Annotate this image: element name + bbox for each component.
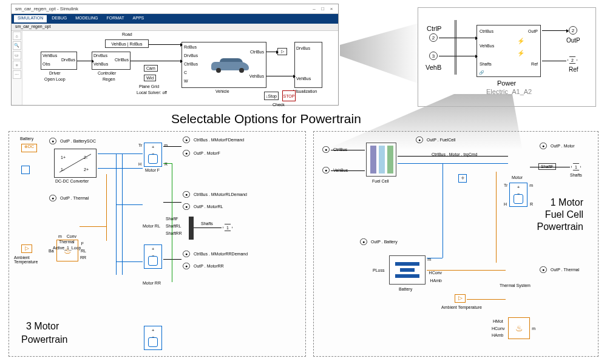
fc-thermal-block[interactable]: ♨ HMot HConv HAmb m <box>508 317 530 339</box>
pb-shafts: Shafts <box>480 62 492 66</box>
model-tab[interactable]: sm_car_regen_opt <box>12 24 338 31</box>
port-3-in[interactable]: 3 <box>429 52 438 60</box>
pb-outp: OutP <box>528 29 538 33</box>
vehicle-label: Vehicle <box>215 89 229 93</box>
v-p5: W <box>184 79 188 83</box>
drv-in2: Obs <box>42 62 50 66</box>
motorrl-block[interactable]: − <box>144 244 162 269</box>
mrl-demand-tag[interactable]: ● <box>183 191 190 198</box>
port-out2[interactable]: 2 <box>569 26 577 35</box>
ground-icon[interactable] <box>21 166 30 174</box>
cam-tag[interactable]: Cam <box>144 65 158 72</box>
car-icon <box>209 57 251 73</box>
model-canvas[interactable]: Road VehBus | RdBus VehBus Obs DrvBus Dr… <box>22 31 338 105</box>
flame-icon-2: ♨ <box>515 323 523 333</box>
ambient-source[interactable]: ▷ <box>21 244 32 253</box>
mrr-demand: CtrlBus . MMotorRRDemand <box>194 252 248 256</box>
fc-ploss: PLoss <box>373 268 384 272</box>
fb-hamb: HAmb <box>430 278 442 283</box>
dcdc-block[interactable]: 1+1-2-2+ <box>54 149 97 178</box>
svg-text:1-: 1- <box>61 167 65 172</box>
stop-sign[interactable]: STOP <box>282 90 296 101</box>
tool-zoom-icon[interactable]: 🔍 <box>13 41 21 50</box>
dcdc-label: DC-DC Converter <box>55 179 89 183</box>
viz-block[interactable]: DrvBus VehBus <box>294 42 322 88</box>
th-out-tag[interactable]: ● <box>49 195 56 201</box>
mrl-out-tag[interactable]: ● <box>183 203 190 210</box>
power-subsystem-panel: CtrlP 2 3 VehB CtrlBus VehBus Shafts Out… <box>418 7 596 107</box>
motorrr-block[interactable]: − <box>144 326 162 350</box>
ctrlp-label: CtrlP <box>427 25 441 32</box>
fc-thermal-label: Thermal System <box>500 283 531 288</box>
close-icon[interactable]: × <box>328 6 334 12</box>
ctrl-in2: VehBus <box>93 62 108 66</box>
motorf-block[interactable]: − Tr H m R <box>144 143 162 167</box>
ribbon-tab-simulation[interactable]: SIMULATION <box>14 15 47 22</box>
ft-m: m <box>532 326 535 331</box>
fc-title2: Fuel Cell <box>545 209 583 220</box>
port2-num: 2 <box>432 35 435 41</box>
fc-out-tag[interactable]: ● <box>416 136 423 143</box>
minimize-icon[interactable]: – <box>311 6 317 12</box>
fc-battery-block[interactable]: PLoss m HConv HAmb <box>389 255 426 285</box>
fc-motor-block[interactable]: − Tr H m R <box>509 183 527 207</box>
fc-shafts-port[interactable]: 1 <box>571 163 581 170</box>
mf-out-tag[interactable]: ● <box>183 150 190 157</box>
power-block[interactable]: CtrlBus VehBus Shafts OutP Ref ⚡ ⚡ 🔗 <box>476 25 541 77</box>
fc-ambient-source[interactable]: ▷ <box>455 294 466 303</box>
fc-thermal-out-tag[interactable]: ● <box>540 266 547 273</box>
port-2-in[interactable]: 2 <box>429 33 438 42</box>
fc-motor-out: OutP . Motor <box>551 144 575 148</box>
road-out: RdBus <box>129 42 142 46</box>
ft-hconv: HConv <box>492 326 504 331</box>
motor-out-tag[interactable]: ● <box>540 143 547 149</box>
motorrr-label: Motor RR <box>143 281 161 285</box>
fuelcell-block[interactable]: m PBatt <box>366 143 396 177</box>
ribbon-tab-debug[interactable]: DEBUG <box>48 15 70 22</box>
th-m: m <box>58 234 62 238</box>
ctrl-out: CtrlBus <box>115 58 129 62</box>
th-f: F <box>81 241 84 246</box>
fc-out: OutP . FuelCell <box>427 138 455 142</box>
vehbus-tag[interactable]: ● <box>322 167 330 174</box>
ribbon-tab-apps[interactable]: APPS <box>129 15 148 22</box>
th-out: OutP . Thermal <box>60 196 89 200</box>
wld-tag[interactable]: Wld <box>144 75 156 81</box>
maximize-icon[interactable]: □ <box>320 6 326 12</box>
lightning-icon-2: ⚡ <box>517 50 524 56</box>
vehb-label: VehB <box>426 64 441 71</box>
panel3-title2: Powertrain <box>21 334 67 345</box>
tool-lib-icon[interactable]: ≡ <box>13 61 21 69</box>
shafts-port[interactable]: 1 <box>223 224 232 231</box>
vehicle-block[interactable]: RdBus DrvBus CtrlBus C W CtrlBus VehBus <box>181 42 266 88</box>
stop-block[interactable]: ↓Stop <box>264 92 279 100</box>
mrr-out-tag[interactable]: ● <box>183 263 190 269</box>
ambient-label: Ambient Temperature <box>14 255 44 264</box>
mf-tr: Tr <box>138 143 142 147</box>
battery-block[interactable]: ⊕DC <box>21 144 37 152</box>
v-p4: C <box>184 70 187 75</box>
driver-block[interactable]: VehBus Obs DrvBus <box>41 52 77 70</box>
ribbon-tab-modeling[interactable]: MODELING <box>72 15 101 22</box>
controller-block[interactable]: DrvBus VehBus CtrlBus <box>92 52 131 70</box>
battery-label: Battery <box>20 136 33 141</box>
thermal-sub: Active_1_Loop <box>53 246 81 250</box>
fc-ground-icon[interactable]: ⏚ <box>458 174 467 183</box>
solver-label: Local Solver: off <box>137 90 167 95</box>
tool-more-icon[interactable]: ⋯ <box>13 70 21 79</box>
mf-demand-tag[interactable]: ● <box>183 136 190 143</box>
soc-tag[interactable]: ● <box>49 138 56 144</box>
bus-creator[interactable] <box>189 217 194 240</box>
ref2-num: 2 <box>571 58 574 62</box>
port-ref2[interactable]: 2 <box>568 56 577 64</box>
ribbon-tab-format[interactable]: FORMAT <box>103 15 128 22</box>
tool-nav-icon[interactable]: ⌂ <box>13 32 21 40</box>
terminator-block[interactable]: ▷ <box>277 48 287 55</box>
panel3-title1: 3 Motor <box>26 321 59 332</box>
mrr-demand-tag[interactable]: ● <box>183 251 190 257</box>
tool-fit-icon[interactable]: ▭ <box>13 51 21 59</box>
road-block[interactable]: VehBus | RdBus <box>105 39 149 48</box>
batt-out-tag[interactable]: ● <box>360 238 367 245</box>
link-icon: 🔗 <box>479 70 484 75</box>
ctrlbus-tag[interactable]: ● <box>322 146 330 153</box>
